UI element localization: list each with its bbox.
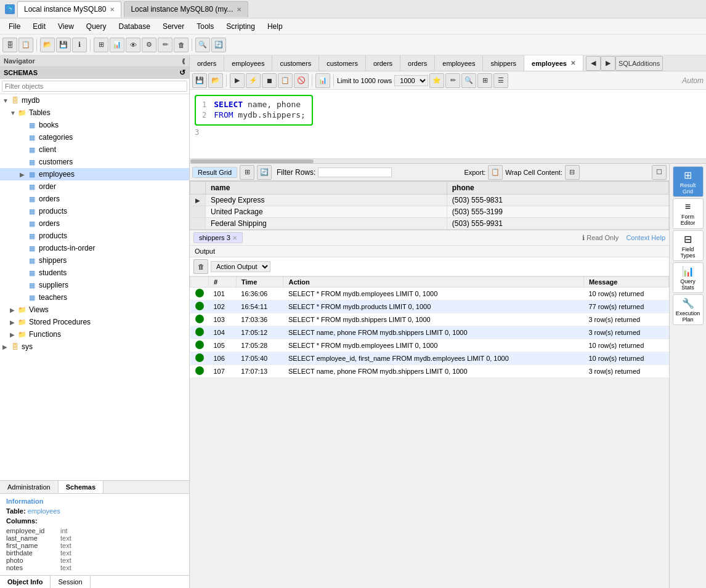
qtab-close[interactable]: ✕ (570, 60, 575, 66)
right-btn-result-grid[interactable]: ⊞ Result Grid (673, 166, 704, 197)
output-row-104[interactable]: 104 17:05:12 SELECT name, phone FROM myd… (190, 326, 669, 339)
tb-search[interactable]: 🔍 (195, 38, 210, 52)
tb-result-refresh[interactable]: 🔄 (257, 165, 272, 180)
output-row-103[interactable]: 103 17:03:36 SELECT * FROM mydb.shippers… (190, 313, 669, 326)
tb-open-script[interactable]: 📂 (40, 38, 55, 52)
menu-server[interactable]: Server (156, 20, 190, 33)
output-tab-shippers3[interactable]: shippers 3 ✕ (193, 232, 243, 243)
output-col-num[interactable]: # (209, 277, 237, 288)
filter-objects-input[interactable] (2, 81, 187, 92)
output-col-message[interactable]: Message (583, 277, 668, 288)
tb-execute-current[interactable]: ⚡ (246, 73, 261, 88)
right-btn-execution-plan[interactable]: 🔧 Execution Plan (673, 294, 704, 325)
tb-edit-table[interactable]: ✏ (158, 38, 172, 52)
tab-nav-next[interactable]: ▶ (601, 56, 615, 71)
tb-find[interactable]: 🔍 (461, 73, 476, 88)
tree-item-client[interactable]: ▦ client (0, 143, 189, 156)
table-row[interactable]: United Package (503) 555-3199 (190, 206, 669, 218)
tree-item-customers[interactable]: ▦ customers (0, 156, 189, 168)
output-row-101[interactable]: 101 16:36:06 SELECT * FROM mydb.employee… (190, 288, 669, 300)
tb-format2[interactable]: ☰ (493, 73, 508, 88)
tree-item-sys[interactable]: ▶ 🗄 sys (0, 340, 189, 353)
sidebar-tab-administration[interactable]: Administration (0, 481, 59, 493)
menu-file[interactable]: File (2, 20, 26, 33)
qtab-employees1[interactable]: employees (224, 55, 272, 71)
output-row-105[interactable]: 105 17:05:28 SELECT * FROM mydb.employee… (190, 339, 669, 352)
qtab-employees2[interactable]: employees (435, 55, 483, 71)
menu-database[interactable]: Database (113, 20, 156, 33)
tb-drop[interactable]: 🗑 (174, 38, 189, 52)
qtab-shippers[interactable]: shippers (483, 55, 524, 71)
tb-save[interactable]: 💾 (56, 38, 71, 52)
tree-item-categories[interactable]: ▦ categories (0, 131, 189, 143)
tree-item-tables[interactable]: ▼ 📁 Tables (0, 107, 189, 119)
sidebar-tab-schemas[interactable]: Schemas (59, 481, 103, 493)
right-btn-form-editor[interactable]: ≡ Form Editor (673, 198, 704, 229)
tb-eraser[interactable]: ✏ (445, 73, 460, 88)
tb-create-table[interactable]: 📊 (110, 38, 124, 52)
qtab-orders1[interactable]: orders (190, 55, 224, 71)
menu-help[interactable]: Help (261, 20, 289, 33)
tb-new-connection[interactable]: 🗄 (2, 38, 17, 52)
tb-stop[interactable]: ⏹ (262, 73, 277, 88)
col-header-phone[interactable]: phone (447, 182, 668, 195)
tree-item-shippers[interactable]: ▦ shippers (0, 254, 189, 267)
menu-query[interactable]: Query (80, 20, 113, 33)
tb-explain[interactable]: 📋 (278, 73, 293, 88)
editor-area[interactable]: 1 SELECT name, phone 2 FROM mydb.shipper… (190, 90, 706, 164)
table-row[interactable]: Federal Shipping (503) 555-9931 (190, 218, 669, 230)
tree-item-functions[interactable]: ▶ 📁 Functions (0, 328, 189, 340)
tb-stop2[interactable]: 🚫 (294, 73, 309, 88)
output-row-107[interactable]: 107 17:07:13 SELECT name, phone FROM myd… (190, 365, 669, 378)
tb-star[interactable]: ⭐ (429, 73, 444, 88)
tb-execute[interactable]: ▶ (230, 73, 245, 88)
tree-item-products-in-order[interactable]: ▦ products-in-order (0, 242, 189, 254)
tab-session[interactable]: Session (51, 576, 90, 588)
filter-rows-input[interactable] (318, 167, 392, 177)
tree-item-stored-procedures[interactable]: ▶ 📁 Stored Procedures (0, 316, 189, 328)
tree-item-views[interactable]: ▶ 📁 Views (0, 304, 189, 316)
tree-item-orders1[interactable]: ▦ orders (0, 193, 189, 205)
tb-open-file[interactable]: 📂 (208, 73, 223, 88)
tb-toggle-output[interactable]: 📊 (315, 73, 330, 88)
qtab-customers1[interactable]: customers (272, 55, 319, 71)
output-type-select[interactable]: Action Output (211, 261, 270, 272)
output-tab-close[interactable]: ✕ (232, 235, 237, 241)
tb-format[interactable]: ⊞ (477, 73, 492, 88)
col-header-name[interactable]: name (206, 182, 447, 195)
limit-select[interactable]: 1000 500 100 (394, 75, 428, 86)
qtab-employees-active[interactable]: employees ✕ (524, 55, 583, 71)
tb-create-view[interactable]: 👁 (126, 38, 140, 52)
output-col-time[interactable]: Time (236, 277, 283, 288)
navigator-collapse[interactable]: ⟪ (182, 58, 185, 65)
tree-item-suppliers[interactable]: ▦ suppliers (0, 279, 189, 291)
tb-wrap-content[interactable]: ⊟ (565, 165, 580, 180)
right-btn-field-types[interactable]: ⊟ Field Types (673, 230, 704, 261)
right-btn-query-stats[interactable]: 📊 Query Stats (673, 262, 704, 293)
tree-item-employees[interactable]: ▶ ▦ employees (0, 168, 189, 180)
output-col-action[interactable]: Action (283, 277, 583, 288)
qtab-customers2[interactable]: customers (319, 55, 366, 71)
output-row-106[interactable]: 106 17:05:40 SELECT employee_id, first_n… (190, 352, 669, 365)
output-row-102[interactable]: 102 16:54:11 SELECT * FROM mydb.products… (190, 300, 669, 313)
table-row[interactable]: ▶ Speedy Express (503) 555-9831 (190, 195, 669, 206)
tree-item-students[interactable]: ▦ students (0, 267, 189, 279)
qtab-orders2[interactable]: orders (366, 55, 400, 71)
editor-scrollbar[interactable] (190, 158, 706, 163)
sql-additions-btn[interactable]: SQLAdditions (615, 56, 663, 71)
tree-item-products1[interactable]: ▦ products (0, 205, 189, 217)
tree-item-products2[interactable]: ▦ products (0, 230, 189, 242)
menu-scripting[interactable]: Scripting (220, 20, 261, 33)
tree-item-teachers[interactable]: ▦ teachers (0, 291, 189, 304)
tab-close-1[interactable]: ✕ (110, 6, 115, 13)
tree-item-orders2[interactable]: ▦ orders (0, 217, 189, 230)
menu-edit[interactable]: Edit (26, 20, 52, 33)
tb-export-csv[interactable]: 📋 (488, 165, 503, 180)
tab-nav-prev[interactable]: ◀ (586, 56, 601, 71)
tb-save-script[interactable]: 💾 (192, 73, 207, 88)
tb-info[interactable]: ℹ (72, 38, 87, 52)
tab-object-info[interactable]: Object Info (0, 576, 51, 588)
tb-manage-connections[interactable]: 📋 (18, 38, 33, 52)
tb-result-options[interactable]: ⊞ (240, 165, 254, 180)
tb-reconnect[interactable]: 🔄 (211, 38, 226, 52)
